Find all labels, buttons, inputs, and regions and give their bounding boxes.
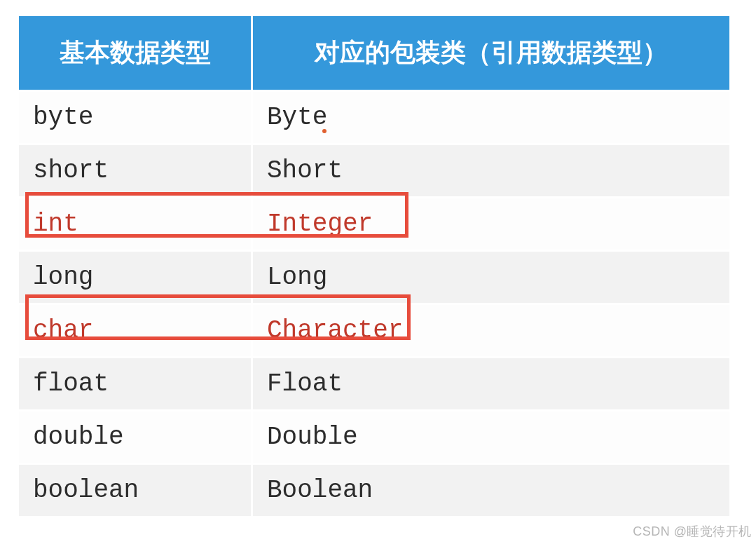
- table-row: float Float: [18, 358, 731, 411]
- cell-primitive: int: [18, 198, 252, 251]
- table-row: long Long: [18, 251, 731, 304]
- type-wrapper-table: 基本数据类型 对应的包装类（引用数据类型） byte Byte short Sh…: [17, 14, 731, 518]
- table-row: char Character: [18, 304, 731, 358]
- table-header-row: 基本数据类型 对应的包装类（引用数据类型）: [18, 15, 731, 91]
- table-row: double Double: [18, 411, 731, 464]
- cell-primitive: short: [18, 144, 252, 198]
- watermark-text: CSDN @睡觉待开机: [633, 523, 752, 540]
- type-wrapper-table-container: 基本数据类型 对应的包装类（引用数据类型） byte Byte short Sh…: [17, 14, 731, 518]
- table-row: int Integer: [18, 198, 731, 251]
- header-wrapper: 对应的包装类（引用数据类型）: [252, 15, 731, 91]
- cell-primitive: double: [18, 411, 252, 464]
- cell-primitive: long: [18, 251, 252, 304]
- cell-primitive: char: [18, 304, 252, 358]
- cell-primitive: float: [18, 358, 252, 411]
- table-row: short Short: [18, 144, 731, 198]
- cell-wrapper: Double: [252, 411, 731, 464]
- cell-wrapper: Boolean: [252, 464, 731, 517]
- red-dot-marker: [322, 129, 327, 133]
- cell-primitive: boolean: [18, 464, 252, 517]
- table-row: byte Byte: [18, 91, 731, 144]
- cell-wrapper: Integer: [252, 198, 731, 251]
- table-row: boolean Boolean: [18, 464, 731, 517]
- cell-primitive: byte: [18, 91, 252, 144]
- cell-wrapper: Byte: [252, 91, 731, 144]
- cell-wrapper: Long: [252, 251, 731, 304]
- header-primitive: 基本数据类型: [18, 15, 252, 91]
- cell-wrapper: Float: [252, 358, 731, 411]
- cell-wrapper: Character: [252, 304, 731, 358]
- cell-wrapper: Short: [252, 144, 731, 198]
